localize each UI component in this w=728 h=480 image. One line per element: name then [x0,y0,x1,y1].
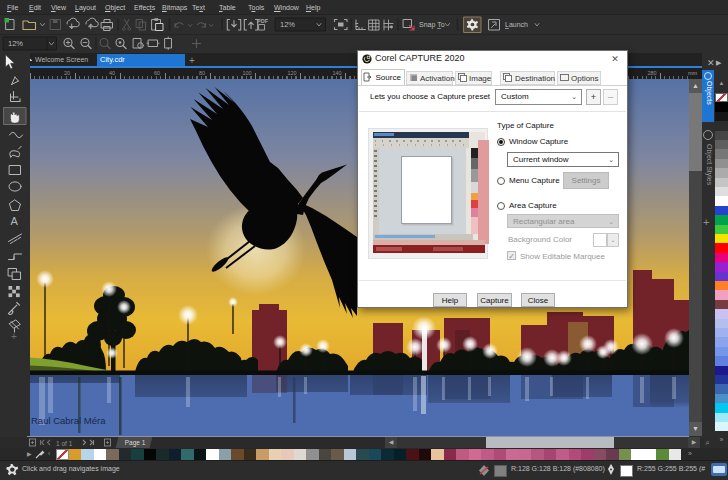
svg-text:12%: 12% [8,39,23,48]
svg-text:Snap To: Snap To [419,21,445,29]
svg-text:+: + [11,331,17,342]
svg-text:PDF: PDF [257,18,269,24]
svg-text:Launch: Launch [505,21,528,28]
svg-text:12%: 12% [280,20,295,29]
svg-text:Raul Cabral Méra: Raul Cabral Méra [31,415,106,426]
svg-text:A: A [11,215,19,227]
